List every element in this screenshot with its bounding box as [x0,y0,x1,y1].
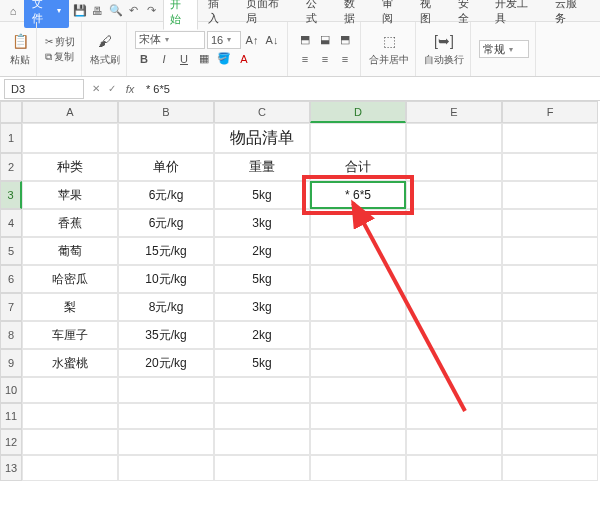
cell-D5[interactable] [310,237,406,265]
cell-C13[interactable] [214,455,310,481]
cell-D11[interactable] [310,403,406,429]
cell-F3[interactable] [502,181,598,209]
row-header-2[interactable]: 2 [0,153,22,181]
cancel-icon[interactable]: ✕ [88,79,104,99]
cell-F8[interactable] [502,321,598,349]
cell-B2[interactable]: 单价 [118,153,214,181]
cell-E9[interactable] [406,349,502,377]
cell-D3[interactable]: * 6*5 [310,181,406,209]
number-format-select[interactable]: 常规 [479,40,529,58]
cell-F9[interactable] [502,349,598,377]
cell-E12[interactable] [406,429,502,455]
font-name-select[interactable]: 宋体 [135,31,205,49]
row-header-13[interactable]: 13 [0,455,22,481]
cell-F10[interactable] [502,377,598,403]
font-size-select[interactable]: 16 [207,31,241,49]
cell-E13[interactable] [406,455,502,481]
align-left-button[interactable]: ≡ [296,50,314,68]
fx-icon[interactable]: fx [120,79,140,99]
cell-D10[interactable] [310,377,406,403]
cell-E4[interactable] [406,209,502,237]
align-right-button[interactable]: ≡ [336,50,354,68]
col-header-B[interactable]: B [118,101,214,123]
underline-button[interactable]: U [175,50,193,68]
cell-B7[interactable]: 8元/kg [118,293,214,321]
copy-button[interactable]: ⧉复制 [45,50,74,64]
cell-D7[interactable] [310,293,406,321]
row-header-1[interactable]: 1 [0,123,22,153]
cell-B4[interactable]: 6元/kg [118,209,214,237]
cell-D6[interactable] [310,265,406,293]
cell-C11[interactable] [214,403,310,429]
cell-E10[interactable] [406,377,502,403]
align-center-button[interactable]: ≡ [316,50,334,68]
cell-D2[interactable]: 合计 [310,153,406,181]
cell-E7[interactable] [406,293,502,321]
increase-font-button[interactable]: A↑ [243,31,261,49]
cell-B8[interactable]: 35元/kg [118,321,214,349]
cell-F7[interactable] [502,293,598,321]
cell-A5[interactable]: 葡萄 [22,237,118,265]
cell-B13[interactable] [118,455,214,481]
cell-C3[interactable]: 5kg [214,181,310,209]
col-header-F[interactable]: F [502,101,598,123]
fill-color-button[interactable]: 🪣 [215,50,233,68]
cell-A3[interactable]: 苹果 [22,181,118,209]
cell-C2[interactable]: 重量 [214,153,310,181]
col-header-A[interactable]: A [22,101,118,123]
cell-C5[interactable]: 2kg [214,237,310,265]
row-header-8[interactable]: 8 [0,321,22,349]
cut-button[interactable]: ✂剪切 [45,35,75,49]
cell-E2[interactable] [406,153,502,181]
menu-tab-9[interactable]: 云服务 [549,0,594,28]
cell-C8[interactable]: 2kg [214,321,310,349]
cell-D8[interactable] [310,321,406,349]
cell-D4[interactable] [310,209,406,237]
save-icon[interactable]: 💾 [73,4,87,18]
cell-D9[interactable] [310,349,406,377]
print-icon[interactable]: 🖶 [91,4,105,18]
cell-C6[interactable]: 5kg [214,265,310,293]
cell-E11[interactable] [406,403,502,429]
border-button[interactable]: ▦ [195,50,213,68]
cell-E8[interactable] [406,321,502,349]
cell-B5[interactable]: 15元/kg [118,237,214,265]
cell-F12[interactable] [502,429,598,455]
select-all-corner[interactable] [0,101,22,123]
cell-A9[interactable]: 水蜜桃 [22,349,118,377]
cell-C1[interactable]: 物品清单 [214,123,310,153]
cell-F13[interactable] [502,455,598,481]
cell-A2[interactable]: 种类 [22,153,118,181]
cell-E3[interactable] [406,181,502,209]
cell-A11[interactable] [22,403,118,429]
merge-center-button[interactable]: ⬚ 合并居中 [369,31,409,67]
cell-A12[interactable] [22,429,118,455]
cell-F5[interactable] [502,237,598,265]
italic-button[interactable]: I [155,50,173,68]
confirm-icon[interactable]: ✓ [104,79,120,99]
cell-B3[interactable]: 6元/kg [118,181,214,209]
cell-E1[interactable] [406,123,502,153]
cell-B1[interactable] [118,123,214,153]
font-color-button[interactable]: A [235,50,253,68]
cell-C10[interactable] [214,377,310,403]
cell-A13[interactable] [22,455,118,481]
cell-B10[interactable] [118,377,214,403]
cell-D13[interactable] [310,455,406,481]
formula-input[interactable]: * 6*5 [140,79,600,99]
cell-A6[interactable]: 哈密瓜 [22,265,118,293]
cell-E6[interactable] [406,265,502,293]
align-middle-button[interactable]: ⬓ [316,31,334,49]
cell-C9[interactable]: 5kg [214,349,310,377]
cell-F1[interactable] [502,123,598,153]
cell-A1[interactable] [22,123,118,153]
bold-button[interactable]: B [135,50,153,68]
cell-F6[interactable] [502,265,598,293]
paste-button[interactable]: 📋 粘贴 [10,31,30,67]
preview-icon[interactable]: 🔍 [109,4,123,18]
cell-B11[interactable] [118,403,214,429]
home-icon[interactable]: ⌂ [6,4,20,18]
cell-F4[interactable] [502,209,598,237]
cell-B9[interactable]: 20元/kg [118,349,214,377]
cell-F2[interactable] [502,153,598,181]
